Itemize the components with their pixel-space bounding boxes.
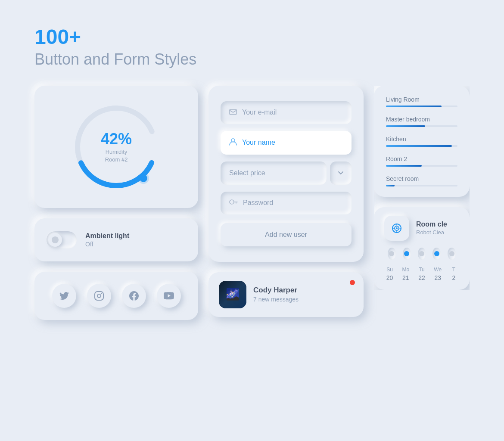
room-bar-fill	[386, 145, 452, 147]
notification-card: 🌌 Cody Harper 7 new messages	[208, 272, 364, 317]
radio-dot-5[interactable]	[448, 248, 456, 260]
svg-point-4	[97, 294, 101, 298]
radio-inner-4	[434, 251, 439, 256]
password-input[interactable]: Password	[221, 192, 352, 214]
svg-point-5	[101, 293, 102, 294]
notification-dot	[350, 280, 355, 285]
room-bar-track	[386, 125, 457, 127]
radio-dot-4[interactable]	[432, 248, 441, 260]
headline-number: 100+	[34, 26, 470, 49]
device-name: Room cle	[416, 220, 447, 228]
email-icon	[229, 108, 237, 117]
svg-rect-3	[95, 292, 103, 300]
name-placeholder: Your name	[242, 139, 275, 146]
room-name: Kitchen	[386, 136, 457, 143]
email-placeholder: Your e-mail	[242, 109, 277, 116]
room-card: Living Room Master bedroom Kitchen	[374, 86, 470, 197]
select-price-input[interactable]: Select price	[221, 161, 327, 185]
toggle-knob	[48, 233, 62, 247]
room-bar-track	[386, 165, 457, 167]
room-bar-fill	[386, 125, 425, 127]
radio-inner-1	[389, 251, 394, 256]
cal-day-we: We 23	[432, 267, 443, 281]
device-icon	[384, 216, 409, 241]
room-bar-track	[386, 185, 457, 186]
key-icon	[229, 199, 238, 208]
svg-rect-6	[230, 109, 236, 115]
toggle-knob-inner	[52, 236, 59, 243]
toggle-info: Ambient light Off	[85, 232, 129, 248]
room-item-master: Master bedroom	[386, 116, 457, 127]
radio-dot-2[interactable]	[403, 248, 411, 260]
svg-point-8	[230, 200, 234, 204]
email-input[interactable]: Your e-mail	[221, 101, 352, 124]
select-arrow-button[interactable]	[330, 161, 352, 185]
room-item-room2: Room 2	[386, 155, 457, 167]
notification-info: Cody Harper 7 new messages	[253, 286, 299, 303]
radio-dot-3[interactable]	[418, 248, 426, 260]
notif-message: 7 new messages	[253, 296, 299, 303]
password-placeholder: Password	[243, 199, 273, 207]
svg-point-11	[396, 227, 398, 229]
toggle-status: Off	[85, 241, 129, 248]
room-item-kitchen: Kitchen	[386, 136, 457, 147]
add-user-button[interactable]: Add new user	[221, 223, 352, 246]
device-info: Room cle Robot Clea	[416, 220, 447, 236]
avatar: 🌌	[219, 281, 246, 308]
select-row: Select price	[221, 161, 352, 185]
room-bar-fill	[386, 185, 395, 186]
room-name: Master bedroom	[386, 116, 457, 123]
cal-day-tu: Tu 22	[416, 267, 427, 281]
notif-name: Cody Harper	[253, 286, 299, 295]
name-input[interactable]: Your name	[221, 131, 352, 155]
radio-inner-3	[419, 251, 424, 256]
room-name: Room 2	[386, 155, 457, 162]
room-bar-fill	[386, 106, 442, 107]
calendar-row: Su 20 Mo 21 Tu 22 We 23	[384, 267, 459, 281]
youtube-button[interactable]	[157, 284, 181, 308]
room-item-secret: Secret room	[386, 175, 457, 186]
room-bar-track	[386, 106, 457, 107]
gauge-card: 42% Humidity Room #2	[34, 86, 198, 208]
room-bar-track	[386, 145, 457, 147]
user-icon	[229, 138, 237, 148]
form-card: Your e-mail Your name Select pric	[208, 86, 364, 262]
instagram-button[interactable]	[87, 284, 111, 308]
gauge-container: 42% Humidity Room #2	[69, 99, 164, 194]
ambient-light-toggle[interactable]	[47, 231, 77, 248]
headline-subtitle: Button and Form Styles	[34, 50, 470, 68]
radio-dot-1[interactable]	[388, 248, 396, 260]
gauge-label: Humidity Room #2	[101, 148, 132, 164]
room-bar-fill	[386, 165, 422, 167]
facebook-button[interactable]	[122, 284, 146, 308]
cal-day-mo: Mo 21	[400, 267, 411, 281]
device-card: Room cle Robot Clea	[374, 207, 470, 290]
cal-day-su: Su 20	[384, 267, 395, 281]
gauge-percent: 42%	[101, 130, 132, 148]
radio-row	[384, 248, 459, 260]
social-card	[34, 272, 198, 320]
device-subtitle: Robot Clea	[416, 229, 447, 236]
toggle-title: Ambient light	[85, 232, 129, 240]
radio-inner-5	[449, 251, 454, 256]
room-item-livingroom: Living Room	[386, 96, 457, 107]
radio-inner-2	[404, 251, 409, 256]
cal-day-th: T 2	[448, 267, 459, 281]
select-placeholder: Select price	[229, 169, 265, 177]
twitter-button[interactable]	[52, 284, 76, 308]
room-name: Secret room	[386, 175, 457, 182]
toggle-card: Ambient light Off	[34, 218, 198, 261]
room-name: Living Room	[386, 96, 457, 103]
